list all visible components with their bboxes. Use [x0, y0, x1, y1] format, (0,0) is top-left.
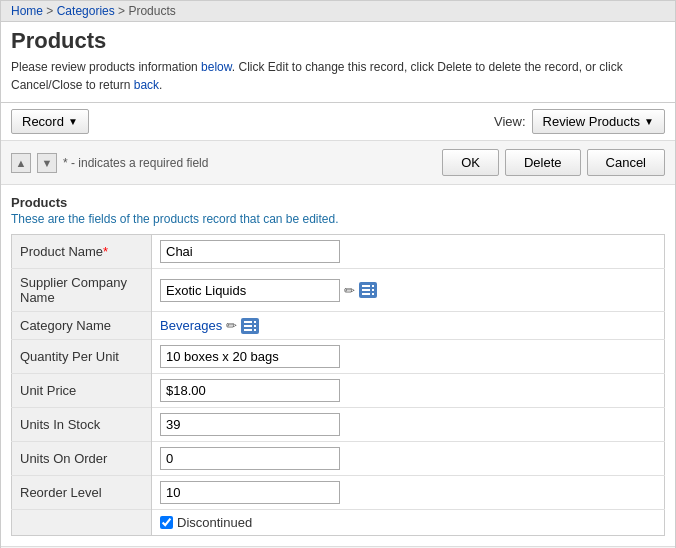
svg-rect-1 — [362, 285, 370, 287]
page-description: Please review products information below… — [11, 58, 665, 94]
table-row: Units On Order — [12, 442, 665, 476]
action-bar-top: ▲ ▼ * - indicates a required field OK De… — [1, 141, 675, 185]
delete-button-top[interactable]: Delete — [505, 149, 581, 176]
category-name-label: Category Name — [12, 312, 152, 340]
page-title: Products — [11, 28, 665, 54]
ok-button-top[interactable]: OK — [442, 149, 499, 176]
units-on-order-value — [152, 442, 665, 476]
table-row: Product Name* — [12, 235, 665, 269]
product-name-value — [152, 235, 665, 269]
svg-rect-6 — [372, 293, 374, 295]
category-name-value: Beverages ✏ — [152, 312, 665, 340]
page-wrapper: Home > Categories > Products Products Pl… — [0, 0, 676, 548]
table-row: Category Name Beverages ✏ — [12, 312, 665, 340]
product-name-input[interactable] — [160, 240, 340, 263]
category-list-icon[interactable] — [241, 317, 259, 334]
form-section: Products These are the fields of the pro… — [1, 185, 675, 546]
product-name-label: Product Name* — [12, 235, 152, 269]
reorder-level-label: Reorder Level — [12, 476, 152, 510]
svg-rect-8 — [244, 321, 252, 323]
arrow-up-icon: ▲ — [16, 157, 27, 169]
breadcrumb: Home > Categories > Products — [1, 1, 675, 22]
arrow-up-button-top[interactable]: ▲ — [11, 153, 31, 173]
supplier-edit-icon[interactable]: ✏ — [344, 283, 355, 298]
units-in-stock-label: Units In Stock — [12, 408, 152, 442]
arrow-down-button-top[interactable]: ▼ — [37, 153, 57, 173]
quantity-per-unit-value — [152, 340, 665, 374]
supplier-field-group: ✏ — [160, 279, 656, 302]
units-in-stock-value — [152, 408, 665, 442]
quantity-per-unit-input[interactable] — [160, 345, 340, 368]
discontinued-text: Discontinued — [177, 515, 252, 530]
discontinued-label-cell — [12, 510, 152, 536]
reorder-level-input[interactable] — [160, 481, 340, 504]
unit-price-input[interactable] — [160, 379, 340, 402]
breadcrumb-home[interactable]: Home — [11, 4, 43, 18]
section-title: Products — [11, 195, 665, 210]
record-button[interactable]: Record ▼ — [11, 109, 89, 134]
category-name-text: Beverages — [160, 318, 222, 333]
toolbar: Record ▼ View: Review Products ▼ — [1, 103, 675, 141]
table-row: Supplier Company Name ✏ — [12, 269, 665, 312]
table-row: Quantity Per Unit — [12, 340, 665, 374]
supplier-name-input[interactable] — [160, 279, 340, 302]
required-note-top: ▲ ▼ * - indicates a required field — [11, 153, 208, 173]
table-row: Discontinued — [12, 510, 665, 536]
units-on-order-input[interactable] — [160, 447, 340, 470]
svg-rect-4 — [372, 285, 374, 287]
unit-price-value — [152, 374, 665, 408]
breadcrumb-categories[interactable]: Categories — [57, 4, 115, 18]
required-note-text: * - indicates a required field — [63, 156, 208, 170]
units-on-order-label: Units On Order — [12, 442, 152, 476]
form-table: Product Name* Supplier Company Name ✏ — [11, 234, 665, 536]
category-field-group: Beverages ✏ — [160, 317, 656, 334]
record-chevron-icon: ▼ — [68, 116, 78, 127]
description-below-link[interactable]: below — [201, 60, 232, 74]
svg-rect-12 — [254, 325, 256, 327]
cancel-button-top[interactable]: Cancel — [587, 149, 665, 176]
svg-rect-5 — [372, 289, 374, 291]
unit-price-label: Unit Price — [12, 374, 152, 408]
svg-rect-2 — [362, 289, 370, 291]
action-buttons-top: OK Delete Cancel — [442, 149, 665, 176]
category-edit-icon[interactable]: ✏ — [226, 318, 237, 333]
svg-rect-3 — [362, 293, 370, 295]
svg-rect-9 — [244, 325, 252, 327]
svg-rect-10 — [244, 329, 252, 331]
view-label: View: — [494, 114, 526, 129]
svg-rect-11 — [254, 321, 256, 323]
table-row: Reorder Level — [12, 476, 665, 510]
view-chevron-icon: ▼ — [644, 116, 654, 127]
section-subtitle: These are the fields of the products rec… — [11, 212, 665, 226]
review-products-label: Review Products — [543, 114, 641, 129]
arrow-down-icon: ▼ — [42, 157, 53, 169]
description-back-link[interactable]: back — [134, 78, 159, 92]
supplier-list-icon[interactable] — [359, 282, 377, 299]
discontinued-checkbox-label[interactable]: Discontinued — [160, 515, 656, 530]
record-label: Record — [22, 114, 64, 129]
view-area: View: Review Products ▼ — [494, 109, 665, 134]
reorder-level-value — [152, 476, 665, 510]
supplier-name-label: Supplier Company Name — [12, 269, 152, 312]
svg-rect-13 — [254, 329, 256, 331]
discontinued-value: Discontinued — [152, 510, 665, 536]
page-header: Products Please review products informat… — [1, 22, 675, 103]
quantity-per-unit-label: Quantity Per Unit — [12, 340, 152, 374]
review-products-dropdown[interactable]: Review Products ▼ — [532, 109, 665, 134]
discontinued-checkbox[interactable] — [160, 516, 173, 529]
table-row: Unit Price — [12, 374, 665, 408]
breadcrumb-products: Products — [128, 4, 175, 18]
supplier-name-value: ✏ — [152, 269, 665, 312]
units-in-stock-input[interactable] — [160, 413, 340, 436]
table-row: Units In Stock — [12, 408, 665, 442]
